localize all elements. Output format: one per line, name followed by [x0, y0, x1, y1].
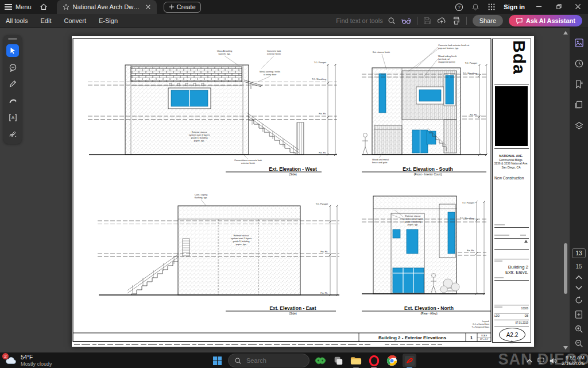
taskbar-search[interactable]	[228, 354, 310, 367]
search-icon	[234, 357, 242, 365]
rotate-page-icon[interactable]	[574, 296, 583, 305]
esign-menu[interactable]: E-Sign	[99, 17, 118, 24]
chrome-browser-button[interactable]	[385, 354, 399, 367]
signature-icon	[9, 130, 17, 139]
sheet-title: Building 2 Extr. Elevs.	[505, 264, 528, 275]
scroll-down-arrow[interactable]	[563, 346, 568, 350]
scroll-up-arrow[interactable]	[563, 31, 568, 34]
north-subtitle: (Rear - Alley)	[420, 312, 438, 315]
help-icon[interactable]: ?	[455, 3, 463, 12]
close-tab-icon[interactable]	[145, 4, 151, 10]
export-image-panel-button[interactable]	[572, 36, 585, 49]
network-icon[interactable]	[537, 357, 545, 364]
home-button[interactable]	[36, 1, 51, 13]
svg-text:paper, typ.: paper, typ.	[194, 139, 205, 142]
hamburger-icon	[5, 3, 12, 12]
widgets-app-button[interactable]	[314, 354, 327, 367]
west-elevation-drawing: T.O. Parapet T.O. Sheathing Fin. Flr. Fi…	[88, 49, 337, 176]
level-label: T.O. Parapet	[316, 203, 328, 205]
find-text-control[interactable]	[329, 17, 396, 25]
find-input[interactable]	[329, 17, 384, 25]
fill-sign-tool[interactable]	[6, 128, 19, 140]
pencil-icon	[9, 80, 17, 88]
highlighter-icon	[9, 97, 17, 105]
folder-icon	[350, 356, 362, 366]
document-tab[interactable]: National Ave Arch Dwg...	[57, 0, 157, 14]
pdf-page[interactable]: T.O. Parapet T.O. Sheathing Fin. Flr. Fi…	[72, 36, 534, 347]
svg-text:paper, typ.: paper, typ.	[236, 243, 247, 246]
select-tool[interactable]	[6, 44, 19, 57]
history-panel-button[interactable]	[572, 57, 585, 70]
level-label: Fin. Flr.	[320, 251, 328, 253]
drawn-by: LDD	[494, 315, 500, 317]
weather-widget[interactable]: 2 54°F Mostly cloudy	[5, 354, 52, 367]
vertical-scrollbar[interactable]	[563, 29, 568, 351]
north-storefront	[393, 268, 424, 293]
share-button[interactable]: Share	[473, 15, 503, 26]
acrobat-app-button[interactable]	[403, 354, 416, 367]
svg-text:Legend:: Legend:	[482, 320, 489, 323]
cloud-upload-icon[interactable]	[437, 17, 446, 25]
restore-button[interactable]	[552, 3, 564, 11]
sign-in-button[interactable]: Sign in	[504, 3, 525, 10]
project-address: NATIONAL AVE. Commercial Bldgs. 3236 & 3…	[493, 154, 529, 169]
footer-scale-label: SCALE	[481, 335, 487, 337]
panel-drag-handle[interactable]	[8, 38, 17, 40]
menu-label: Menu	[16, 3, 32, 10]
file-explorer-button[interactable]	[349, 354, 363, 367]
east-title: Ext. Elevation - East	[269, 305, 316, 311]
convert-menu[interactable]: Convert	[64, 17, 87, 24]
west-subtitle: (Side)	[289, 172, 297, 176]
previous-page-chevron-icon[interactable]	[575, 275, 583, 280]
north-title: Ext. Elevation - North	[404, 305, 454, 311]
add-text-tool[interactable]: A	[6, 111, 19, 124]
svg-text:?: ?	[458, 5, 461, 10]
zoom-in-icon[interactable]	[574, 324, 583, 334]
app-menu-button[interactable]: Menu	[0, 3, 36, 12]
apps-grid-icon[interactable]	[488, 3, 496, 11]
cursor-icon	[9, 47, 17, 55]
sheet-date: 07.01.2019	[515, 321, 528, 324]
start-button[interactable]	[210, 354, 224, 367]
print-icon[interactable]	[452, 17, 461, 25]
footer-title: Building 2 - Exterior Elevations	[378, 335, 447, 340]
ai-assistant-icon	[516, 17, 523, 25]
fit-page-icon[interactable]	[574, 310, 583, 319]
current-page-indicator[interactable]: 13	[572, 248, 585, 258]
edit-menu[interactable]: Edit	[41, 17, 52, 24]
page-thumbnails-panel-button[interactable]	[572, 98, 585, 111]
home-icon	[40, 3, 48, 11]
create-button[interactable]: Create	[164, 2, 201, 13]
minimize-button[interactable]	[533, 3, 544, 11]
layers-panel-button[interactable]	[572, 119, 585, 132]
scrollbar-thumb[interactable]	[564, 243, 567, 294]
task-view-button[interactable]	[331, 354, 345, 367]
svg-text:Ext. stucco finish: Ext. stucco finish	[373, 51, 390, 53]
highlight-tool[interactable]	[6, 94, 19, 107]
tray-chevron-icon[interactable]	[526, 358, 533, 363]
pages-icon	[574, 100, 583, 110]
bookmarks-panel-button[interactable]	[572, 78, 585, 90]
svg-text:pop-out feature, typ.: pop-out feature, typ.	[438, 47, 459, 49]
notifications-bell-icon[interactable]	[471, 3, 479, 12]
read-aloud-glasses-icon[interactable]	[401, 17, 411, 25]
taskbar-clock[interactable]: 9:59 AM 2/16/2026	[562, 355, 585, 366]
add-comment-tool[interactable]	[6, 61, 19, 74]
close-window-button[interactable]	[572, 3, 583, 11]
opera-browser-button[interactable]	[367, 354, 381, 367]
taskbar-search-input[interactable]	[245, 356, 293, 365]
title-block: Bda NATIONAL AVE. Commercial Bldgs. 3236…	[492, 39, 531, 343]
minimize-icon	[536, 3, 542, 10]
volume-icon[interactable]	[549, 357, 558, 365]
south-elevation-drawing: T.O. Parapet T.O. Sheathing Fin. Flr. Ex…	[362, 44, 488, 176]
zoom-out-icon[interactable]	[574, 339, 583, 348]
next-page-chevron-icon[interactable]	[575, 285, 583, 290]
draw-tool[interactable]	[6, 78, 19, 90]
layers-icon	[574, 121, 584, 131]
north-elevation-drawing: T.O. Parapet T.O. Sheathing Fin. Flr. Ex…	[362, 196, 491, 315]
footer-scale-value: 1/8" = 1'-0"	[480, 338, 489, 340]
ask-ai-assistant-button[interactable]: Ask AI Assistant	[509, 15, 582, 26]
checked-by: DB	[525, 315, 528, 317]
toolbar: All tools Edit Convert E-Sign Share Ask …	[0, 14, 588, 28]
all-tools-menu[interactable]: All tools	[6, 17, 28, 24]
